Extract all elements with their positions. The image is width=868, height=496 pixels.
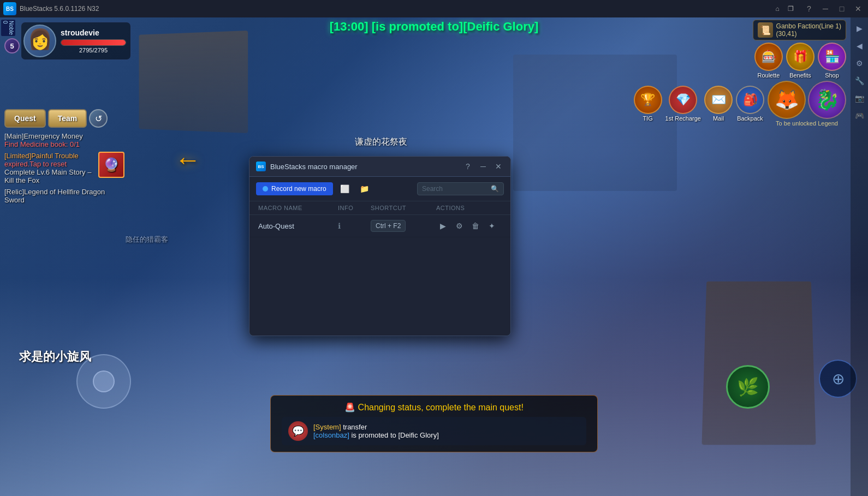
mail-label: Mail [713,115,724,122]
tig-label: TIG [643,115,652,122]
col-header-info: INFO [338,205,371,211]
search-input[interactable] [422,185,487,193]
help-button[interactable]: ? [801,1,817,16]
dialog-empty-area [249,237,510,336]
backpack-label: Backpack [737,115,763,122]
dialog-help-button[interactable]: ? [462,161,473,172]
folder-macro-button[interactable]: 📁 [357,181,372,196]
mail-button[interactable]: ✉️ Mail [704,86,733,122]
faction-scroll-icon: 📜 [758,22,773,38]
refresh-button[interactable]: ↺ [89,109,108,128]
bottom-notification: 🚨 Changing status, complete the main que… [270,395,598,452]
player-details: stroudevie 2795/2795 [61,28,126,53]
home-nav-button[interactable]: ⌂ [771,2,784,15]
sidebar-icon-5[interactable]: 📷 [853,92,866,105]
quest-button[interactable]: Quest [4,109,46,128]
team-button[interactable]: Team [48,109,87,128]
quest-buttons: Quest Team ↺ [4,109,124,128]
col-header-name: MACRO NAME [258,205,338,211]
shop-icon: 🏪 [818,43,846,71]
macro-info-icon[interactable]: ℹ [338,222,371,230]
quest-item-main: [Main]Emergency Money Find Medicine book… [4,132,124,148]
notification-alert: 🚨 Changing status, complete the main que… [282,402,586,413]
backpack-button[interactable]: 🎒 Backpack [736,86,764,122]
faction-info: 📜 Ganbo Faction(Line 1) (30,41) [753,20,846,40]
chat-transfer: transfer [343,423,367,431]
titlebar-controls: ? ─ □ ✕ [801,1,866,16]
logo-text: BS [6,6,14,12]
dialog-close-button[interactable]: ✕ [493,161,504,172]
sidebar-icon-4[interactable]: 🔧 [853,74,866,87]
tig-button[interactable]: 🏆 TIG [634,86,662,122]
player-hp: 2795/2795 [61,39,126,53]
sidebar-icon-3[interactable]: ⚙ [853,57,866,70]
alert-text: Changing status, complete the main quest… [358,403,524,412]
recharge-label: 1st Recharge [665,115,701,122]
float-text-2: 隐任的猎霸客 [126,235,168,244]
quest-item-icon: 🔮 [98,152,124,178]
quest-panel: Quest Team ↺ [Main]Emergency Money Find … [4,109,124,204]
action-button[interactable]: 🌿 [726,365,770,409]
roulette-icon: 🎰 [754,43,783,71]
benefits-button[interactable]: 🎁 Benefits [786,43,815,79]
search-icon[interactable]: 🔍 [491,185,499,193]
macro-table-body: Auto-Quest ℹ Ctrl + F2 ▶ ⚙ 🗑 ✦ [249,215,510,336]
player-name: stroudevie [61,28,126,37]
macro-name-auto-quest: Auto-Quest [258,222,338,230]
dialog-title: BlueStacks macro manager [270,163,458,171]
settings-macro-button[interactable]: ⚙ [453,219,466,232]
hp-bar-bg [61,39,126,46]
search-box: 🔍 [417,182,504,195]
backpack-icon: 🎒 [736,86,764,114]
minimize-button[interactable]: ─ [818,1,833,16]
sidebar-icon-6[interactable]: 🎮 [853,109,866,122]
hp-text: 2795/2795 [61,47,126,53]
chat-event-text: is promoted to [Deific Glory] [351,431,438,439]
hp-bar-fill [61,40,126,45]
promotion-text: [13:00] [is promoted to][Deific Glory] [330,20,539,33]
star-macro-button[interactable]: ✦ [485,219,498,232]
joystick[interactable] [76,354,131,409]
pet-spirit-icon[interactable]: 🐉 [808,81,846,119]
quest-item-relic: [Relic]Legend of Hellfire Dragon Sword [4,188,124,204]
chat-system-label: [System] [313,423,341,431]
import-macro-button[interactable]: ⬜ [337,181,353,196]
action-circle-icon: 🌿 [726,365,770,409]
player-info: stroudevie 2795/2795 [21,22,131,60]
pet-fox-icon[interactable]: 🦊 [768,81,806,119]
player-avatar [23,25,56,57]
recharge-button[interactable]: 💎 1st Recharge [665,86,701,122]
game-buttons-row-1: 🎰 Roulette 🎁 Benefits 🏪 Shop [754,43,846,79]
record-dot-icon [263,186,268,192]
col-header-shortcut: SHORTCUT [371,205,436,211]
macro-manager-dialog: BS BlueStacks macro manager ? ─ ✕ Record… [249,156,511,336]
building-3 [701,282,816,445]
joystick-outer [76,354,131,409]
roulette-button[interactable]: 🎰 Roulette [754,43,783,79]
macro-action-icons: ▶ ⚙ 🗑 ✦ [436,219,502,232]
record-new-macro-button[interactable]: Record new macro [256,182,333,195]
pet-section: 🦊 🐉 To be unlocked Legend [768,81,846,127]
mail-icon: ✉️ [704,86,733,114]
quest-item-limited: [Limited]Painful Trouble expired.Tap to … [4,152,124,184]
right-sidebar: ▶ ◀ ⚙ 🔧 📷 🎮 [851,17,868,496]
benefits-label: Benefits [789,72,811,79]
shop-button[interactable]: 🏪 Shop [818,43,846,79]
quest-list: [Main]Emergency Money Find Medicine book… [4,132,124,204]
sidebar-icon-2[interactable]: ◀ [853,39,866,52]
notification-chat: 💬 [System] transfer [colsonbaz] is promo… [282,417,586,445]
joystick-inner [93,370,115,392]
dialog-app-icon: BS [256,162,266,171]
faction-text: Ganbo Faction(Line 1) (30,41) [776,22,841,38]
titlebar-nav: ⌂ ❐ [771,2,797,15]
copy-nav-button[interactable]: ❐ [784,2,797,15]
sidebar-icon-1[interactable]: ▶ [853,22,866,35]
play-macro-button[interactable]: ▶ [436,219,449,232]
restore-button[interactable]: □ [834,1,849,16]
benefits-icon: 🎁 [786,43,815,71]
close-button[interactable]: ✕ [851,1,866,16]
dialog-minimize-button[interactable]: ─ [478,161,489,172]
delete-macro-button[interactable]: 🗑 [469,219,482,232]
titlebar: BS BlueStacks 5.6.0.1126 N32 ⌂ ❐ ? ─ □ ✕ [0,0,868,17]
col-header-actions: ACTIONS [436,205,502,211]
